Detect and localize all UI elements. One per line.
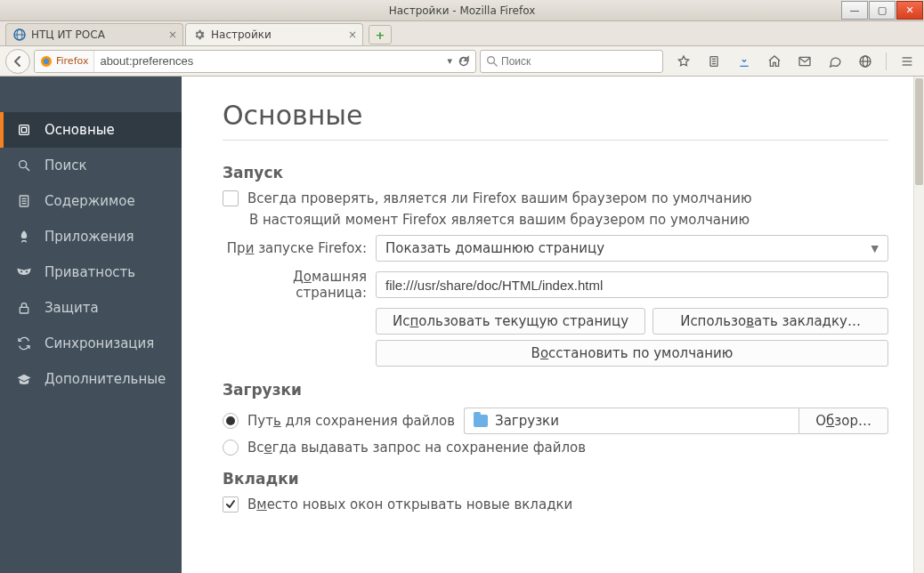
dropdown-icon[interactable]: ▾ (447, 55, 452, 67)
library-button[interactable] (702, 50, 725, 73)
default-browser-check-row: Всегда проверять, является ли Firefox ва… (223, 190, 888, 206)
preferences-sidebar: Основные Поиск Содержимое Приложения При… (0, 77, 182, 573)
vertical-scrollbar[interactable] (913, 77, 924, 573)
path-field-wrap: Загрузки Обзор… (464, 408, 888, 434)
save-path-row: Путь для сохранения файлов Загрузки Обзо… (223, 408, 888, 434)
download-path-field[interactable]: Загрузки (464, 408, 798, 434)
home-button[interactable] (763, 50, 786, 73)
sidebar-item-content[interactable]: Содержимое (0, 183, 182, 219)
section-tabs-heading: Вкладки (223, 470, 888, 488)
downloads-button[interactable] (733, 50, 756, 73)
menu-button[interactable] (896, 50, 919, 73)
sidebar-item-applications[interactable]: Приложения (0, 219, 182, 254)
search-box[interactable] (480, 50, 663, 73)
url-input[interactable] (94, 51, 442, 72)
on-launch-select[interactable]: Показать домашнюю страницу ▼ (376, 235, 888, 262)
open-new-windows-as-tabs-label: Вместо новых окон открывать новые вкладк… (247, 496, 572, 512)
browser-tab-1[interactable]: НТЦ ИТ РОСА × (5, 23, 183, 45)
window-title: Настройки - Mozilla Firefox (0, 4, 924, 17)
close-icon[interactable]: × (348, 28, 357, 41)
general-icon (16, 122, 32, 138)
identity-chip[interactable]: Firefox (35, 51, 94, 72)
browse-button[interactable]: Обзор… (798, 408, 888, 434)
svg-rect-18 (20, 125, 29, 135)
preferences-main: Основные Запуск Всегда проверять, являет… (182, 77, 924, 573)
firefox-icon (40, 55, 53, 68)
on-launch-label: При запуске Firefox: (223, 240, 376, 256)
svg-rect-19 (21, 127, 26, 132)
save-to-path-radio[interactable] (223, 413, 239, 429)
section-downloads-heading: Загрузки (223, 381, 888, 399)
plus-icon: + (376, 28, 385, 42)
rocket-icon (16, 229, 32, 245)
sidebar-item-advanced[interactable]: Дополнительные (0, 361, 182, 397)
scrollbar-thumb[interactable] (915, 78, 923, 185)
restore-default-button[interactable]: Восстановить по умолчанию (376, 340, 888, 367)
reload-icon[interactable] (458, 55, 470, 68)
content-area: Основные Поиск Содержимое Приложения При… (0, 77, 924, 573)
window-close-button[interactable]: ✕ (896, 1, 923, 20)
mail-button[interactable] (793, 50, 816, 73)
tab-label: Настройки (211, 28, 272, 41)
mail-icon (798, 54, 812, 69)
svg-line-6 (494, 63, 497, 66)
always-ask-label: Всегда выдавать запрос на сохранение фай… (247, 440, 586, 456)
bookmark-star-button[interactable] (672, 50, 695, 73)
hamburger-icon (900, 54, 914, 69)
new-tab-button[interactable]: + (369, 25, 392, 44)
address-bar[interactable]: Firefox ▾ (34, 50, 476, 73)
home-icon (767, 54, 782, 69)
select-value: Показать домашнюю страницу (385, 240, 604, 256)
always-ask-radio[interactable] (223, 440, 239, 456)
clipboard-icon (707, 54, 721, 69)
open-new-windows-as-tabs-row: Вместо новых окон открывать новые вкладк… (223, 496, 888, 512)
homepage-input[interactable] (376, 271, 888, 298)
svg-point-20 (20, 161, 27, 168)
window-maximize-button[interactable]: ▢ (869, 1, 896, 20)
chat-icon (828, 54, 842, 69)
sidebar-item-general[interactable]: Основные (0, 112, 182, 148)
default-browser-checkbox[interactable] (223, 190, 239, 206)
svg-point-4 (44, 58, 49, 63)
close-icon[interactable]: × (168, 28, 177, 41)
tab-strip: НТЦ ИТ РОСА × Настройки × + (0, 21, 924, 46)
default-browser-label: Всегда проверять, является ли Firefox ва… (247, 190, 752, 206)
web-button[interactable] (854, 50, 877, 73)
search-input[interactable] (501, 55, 657, 68)
window-controls: — ▢ ✕ (841, 0, 924, 20)
back-button[interactable] (5, 49, 30, 74)
gear-icon (193, 28, 206, 41)
sidebar-item-sync[interactable]: Синхронизация (0, 326, 182, 361)
svg-point-27 (26, 270, 28, 272)
back-icon (12, 55, 24, 68)
on-launch-row: При запуске Firefox: Показать домашнюю с… (223, 235, 888, 262)
star-icon (677, 54, 691, 69)
chevron-down-icon: ▼ (871, 243, 879, 254)
chat-button[interactable] (823, 50, 847, 73)
sidebar-item-security[interactable]: Защита (0, 290, 182, 326)
save-to-path-label: Путь для сохранения файлов (247, 413, 455, 429)
browser-tab-2[interactable]: Настройки × (185, 23, 363, 45)
globe-icon (13, 28, 26, 41)
section-startup-heading: Запуск (223, 164, 888, 182)
identity-label: Firefox (56, 55, 88, 67)
homepage-buttons-row-2: Восстановить по умолчанию (376, 340, 888, 367)
document-icon (16, 193, 32, 209)
tab-label: НТЦ ИТ РОСА (31, 28, 105, 41)
sidebar-item-search[interactable]: Поиск (0, 148, 182, 183)
status-text: В настоящий момент Firefox является ваши… (249, 212, 750, 228)
use-bookmark-button[interactable]: Использовать закладку… (652, 308, 888, 335)
page-title: Основные (223, 100, 888, 131)
sidebar-item-label: Дополнительные (45, 371, 166, 387)
sidebar-item-label: Защита (45, 300, 99, 316)
use-current-page-button[interactable]: Использовать текущую страницу (376, 308, 645, 335)
check-icon (225, 499, 236, 510)
open-new-windows-as-tabs-checkbox[interactable] (223, 496, 239, 512)
sidebar-item-privacy[interactable]: Приватность (0, 254, 182, 290)
window-minimize-button[interactable]: — (841, 1, 868, 20)
address-trailing: ▾ (442, 55, 475, 68)
svg-line-21 (26, 167, 29, 171)
sidebar-item-label: Приватность (45, 264, 135, 280)
sidebar-item-label: Содержимое (45, 193, 135, 209)
homepage-label: Домашняя страница: (223, 269, 376, 301)
